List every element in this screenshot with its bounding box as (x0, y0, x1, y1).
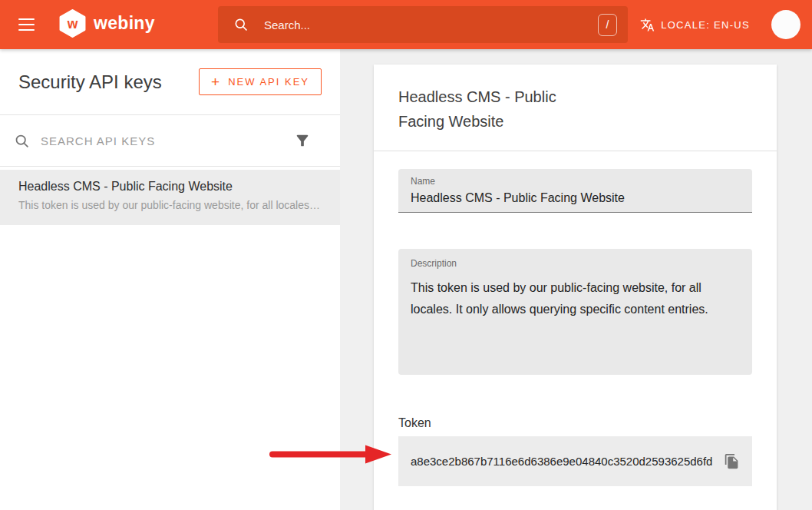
description-field-value: This token is used by our public-facing … (411, 277, 740, 320)
copy-icon[interactable] (719, 449, 744, 474)
details-card-body: Name Headless CMS - Public Facing Websit… (374, 151, 777, 486)
api-keys-list: Headless CMS - Public Facing Website Thi… (0, 167, 340, 225)
description-field-label: Description (411, 258, 740, 269)
hamburger-menu-icon[interactable] (18, 16, 37, 33)
search-icon (233, 17, 249, 32)
api-keys-list-panel: Security API keys + NEW API KEY Headless (0, 49, 340, 510)
webiny-logo[interactable]: w webiny (58, 9, 155, 38)
plus-icon: + (211, 75, 220, 89)
list-search-row (0, 115, 340, 167)
api-keys-search-input[interactable] (39, 134, 294, 148)
list-panel-header: Security API keys + NEW API KEY (0, 49, 340, 115)
global-search-input[interactable] (262, 18, 598, 32)
token-label: Token (398, 416, 752, 430)
list-item-title: Headless CMS - Public Facing Website (18, 180, 322, 194)
details-card-header: Headless CMS - Public Facing Website (374, 65, 777, 151)
filter-icon[interactable] (294, 132, 311, 149)
new-api-key-label: NEW API KEY (228, 76, 309, 88)
name-field-label: Name (411, 176, 740, 187)
page-title: Security API keys (18, 71, 162, 93)
translate-icon (640, 18, 655, 32)
locale-label: LOCALE: EN-US (661, 19, 750, 31)
webiny-hexagon-icon: w (58, 9, 87, 38)
locale-selector[interactable]: LOCALE: EN-US (640, 18, 750, 32)
top-app-bar: w webiny / LOCALE: EN-US (0, 0, 812, 49)
svg-text:w: w (67, 16, 78, 31)
logo-wordmark: webiny (94, 13, 155, 34)
description-field[interactable]: Description This token is used by our pu… (398, 249, 752, 375)
user-avatar[interactable] (771, 10, 800, 39)
details-area: Headless CMS - Public Facing Website Nam… (340, 49, 812, 510)
app-window: w webiny / LOCALE: EN-US (0, 0, 812, 510)
token-value: a8e3ce2b867b7116e6d6386e9e04840c3520d259… (411, 455, 719, 468)
search-icon (14, 133, 30, 149)
name-field-value: Headless CMS - Public Facing Website (411, 191, 740, 205)
token-box: a8e3ce2b867b7116e6d6386e9e04840c3520d259… (398, 436, 752, 486)
new-api-key-button[interactable]: + NEW API KEY (199, 68, 322, 95)
name-field[interactable]: Name Headless CMS - Public Facing Websit… (398, 169, 752, 213)
list-item-description: This token is used by our public-facing … (18, 199, 322, 211)
header-right-section: LOCALE: EN-US (640, 0, 800, 49)
global-search-bar[interactable]: / (218, 6, 628, 43)
list-item[interactable]: Headless CMS - Public Facing Website Thi… (0, 170, 340, 225)
api-key-details-card: Headless CMS - Public Facing Website Nam… (374, 65, 777, 510)
slash-shortcut-badge: / (598, 14, 617, 36)
details-title: Headless CMS - Public Facing Website (398, 84, 590, 134)
